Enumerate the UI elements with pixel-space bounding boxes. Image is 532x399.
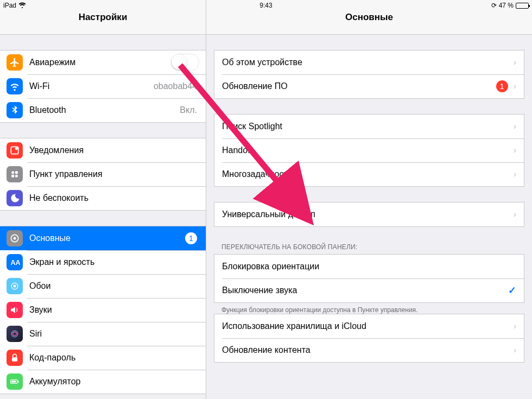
wifi-icon: [18, 2, 26, 10]
wifi-settings-icon: [7, 78, 23, 94]
battery-pct: 47 %: [499, 2, 514, 9]
airplane-label: Авиарежим: [29, 58, 171, 67]
display-icon: AA: [7, 254, 23, 270]
siri-icon: [7, 326, 23, 342]
svg-text:AA: AA: [11, 259, 21, 267]
storage-label: Использование хранилища и iCloud: [222, 321, 514, 331]
svg-rect-13: [12, 357, 17, 362]
side-switch-header: ПЕРЕКЛЮЧАТЕЛЬ НА БОКОВОЙ ПАНЕЛИ:: [206, 240, 532, 254]
display-label: Экран и яркость: [29, 257, 199, 267]
sidebar-item-siri[interactable]: Siri: [0, 322, 206, 346]
row-background-refresh[interactable]: Обновление контента ›: [214, 338, 524, 362]
chevron-right-icon: ›: [514, 58, 516, 67]
svg-point-7: [14, 237, 16, 240]
bgrefresh-label: Обновление контента: [222, 345, 514, 355]
wallpaper-icon: [7, 278, 23, 294]
update-badge: 1: [496, 80, 508, 92]
sidebar-group-general: Основные 1 AA Экран и яркость Обои Звуки: [0, 226, 206, 394]
svg-point-5: [15, 175, 18, 178]
sidebar-item-wallpaper[interactable]: Обои: [0, 274, 206, 298]
sounds-label: Звуки: [29, 305, 199, 315]
svg-rect-3: [15, 171, 18, 174]
gear-icon: [7, 230, 23, 246]
svg-rect-16: [11, 381, 16, 382]
chevron-right-icon: ›: [514, 81, 516, 91]
dnd-icon: [7, 190, 23, 206]
general-badge: 1: [185, 232, 197, 244]
mute-label: Выключение звука: [222, 286, 508, 295]
row-storage[interactable]: Использование хранилища и iCloud ›: [214, 314, 524, 338]
side-switch-footer: Функция блокировки ориентации доступна в…: [206, 303, 532, 314]
airplane-icon: [7, 54, 23, 71]
sidebar-item-passcode[interactable]: Код-пароль: [0, 346, 206, 370]
svg-rect-4: [11, 175, 14, 178]
wifi-label: Wi-Fi: [29, 81, 154, 91]
chevron-right-icon: ›: [514, 321, 516, 331]
sidebar-item-sounds[interactable]: Звуки: [0, 298, 206, 322]
wallpaper-label: Обои: [29, 281, 199, 291]
sidebar-item-battery[interactable]: Аккумулятор: [0, 370, 206, 394]
checkmark-icon: ✓: [508, 284, 516, 296]
svg-line-17: [180, 65, 302, 212]
battery-label: Аккумулятор: [29, 377, 199, 387]
svg-point-1: [15, 147, 18, 150]
row-mute[interactable]: Выключение звука ✓: [214, 278, 524, 302]
content-title: Основные: [345, 12, 393, 23]
passcode-label: Код-пароль: [29, 353, 199, 363]
siri-label: Siri: [29, 329, 199, 339]
svg-rect-15: [18, 381, 19, 382]
chevron-right-icon: ›: [514, 145, 516, 155]
row-lock-rotation[interactable]: Блокировка ориентации: [214, 255, 524, 278]
svg-point-10: [14, 285, 16, 288]
chevron-right-icon: ›: [514, 122, 516, 131]
bluetooth-icon: [7, 102, 23, 118]
general-label: Основные: [29, 233, 185, 243]
battery-icon: [516, 3, 529, 9]
lock-rotation-label: Блокировка ориентации: [222, 262, 516, 271]
svg-point-2: [11, 171, 14, 174]
notifications-icon: [7, 142, 23, 159]
annotation-arrow: [164, 49, 332, 231]
sounds-icon: [7, 302, 23, 318]
content-group-storage: Использование хранилища и iCloud › Обнов…: [214, 314, 524, 363]
svg-point-11: [11, 331, 18, 337]
sidebar-item-display[interactable]: AA Экран и яркость: [0, 250, 206, 274]
chevron-right-icon: ›: [514, 210, 516, 219]
control-center-icon: [7, 166, 23, 182]
bluetooth-label: Bluetooth: [29, 105, 180, 115]
chevron-right-icon: ›: [514, 169, 516, 179]
clock: 9:43: [259, 2, 272, 9]
chevron-right-icon: ›: [514, 345, 516, 355]
svg-point-12: [13, 332, 17, 336]
passcode-icon: [7, 350, 23, 366]
sidebar-title: Настройки: [79, 12, 128, 23]
device-label: iPad: [3, 2, 16, 9]
content-group-side-switch: Блокировка ориентации Выключение звука ✓: [214, 254, 524, 303]
battery-settings-icon: [7, 373, 23, 390]
status-bar: iPad 9:43 ⟳ 47 %: [0, 0, 532, 11]
orientation-lock-icon: ⟳: [491, 2, 497, 9]
